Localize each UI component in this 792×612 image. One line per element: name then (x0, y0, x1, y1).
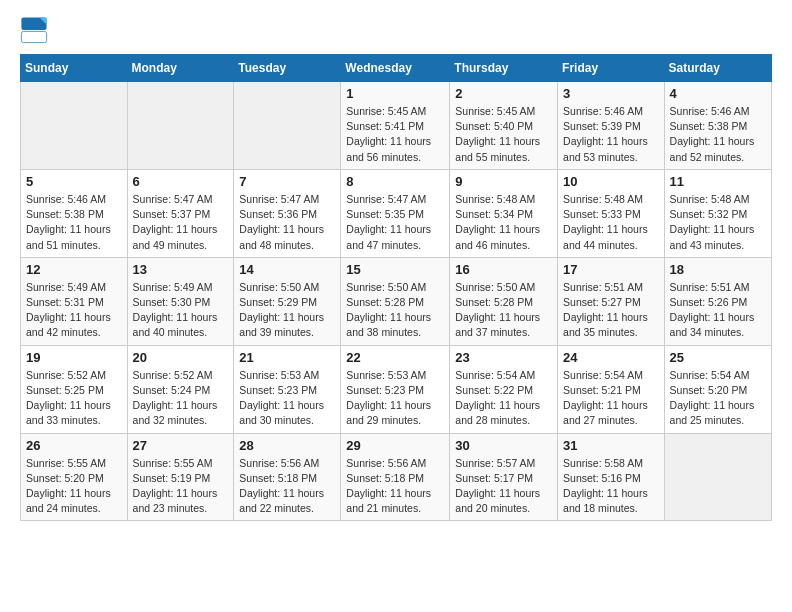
svg-rect-1 (21, 31, 46, 42)
day-cell: 24Sunrise: 5:54 AM Sunset: 5:21 PM Dayli… (558, 345, 665, 433)
day-number: 29 (346, 438, 444, 453)
day-cell: 5Sunrise: 5:46 AM Sunset: 5:38 PM Daylig… (21, 169, 128, 257)
day-cell: 9Sunrise: 5:48 AM Sunset: 5:34 PM Daylig… (450, 169, 558, 257)
day-info: Sunrise: 5:56 AM Sunset: 5:18 PM Dayligh… (239, 456, 335, 517)
day-cell: 18Sunrise: 5:51 AM Sunset: 5:26 PM Dayli… (664, 257, 771, 345)
day-cell: 15Sunrise: 5:50 AM Sunset: 5:28 PM Dayli… (341, 257, 450, 345)
day-cell: 7Sunrise: 5:47 AM Sunset: 5:36 PM Daylig… (234, 169, 341, 257)
day-number: 10 (563, 174, 659, 189)
day-info: Sunrise: 5:50 AM Sunset: 5:28 PM Dayligh… (346, 280, 444, 341)
day-number: 19 (26, 350, 122, 365)
header (20, 16, 772, 44)
day-info: Sunrise: 5:50 AM Sunset: 5:29 PM Dayligh… (239, 280, 335, 341)
day-cell: 8Sunrise: 5:47 AM Sunset: 5:35 PM Daylig… (341, 169, 450, 257)
week-row-5: 26Sunrise: 5:55 AM Sunset: 5:20 PM Dayli… (21, 433, 772, 521)
day-cell: 28Sunrise: 5:56 AM Sunset: 5:18 PM Dayli… (234, 433, 341, 521)
day-info: Sunrise: 5:47 AM Sunset: 5:37 PM Dayligh… (133, 192, 229, 253)
week-row-3: 12Sunrise: 5:49 AM Sunset: 5:31 PM Dayli… (21, 257, 772, 345)
day-number: 16 (455, 262, 552, 277)
day-info: Sunrise: 5:49 AM Sunset: 5:30 PM Dayligh… (133, 280, 229, 341)
day-number: 20 (133, 350, 229, 365)
weekday-header-thursday: Thursday (450, 55, 558, 82)
day-number: 30 (455, 438, 552, 453)
day-info: Sunrise: 5:48 AM Sunset: 5:32 PM Dayligh… (670, 192, 766, 253)
day-cell: 25Sunrise: 5:54 AM Sunset: 5:20 PM Dayli… (664, 345, 771, 433)
weekday-row: SundayMondayTuesdayWednesdayThursdayFrid… (21, 55, 772, 82)
day-info: Sunrise: 5:55 AM Sunset: 5:20 PM Dayligh… (26, 456, 122, 517)
day-number: 18 (670, 262, 766, 277)
day-number: 11 (670, 174, 766, 189)
day-cell: 19Sunrise: 5:52 AM Sunset: 5:25 PM Dayli… (21, 345, 128, 433)
day-number: 12 (26, 262, 122, 277)
day-cell: 1Sunrise: 5:45 AM Sunset: 5:41 PM Daylig… (341, 82, 450, 170)
weekday-header-saturday: Saturday (664, 55, 771, 82)
day-number: 9 (455, 174, 552, 189)
day-cell (127, 82, 234, 170)
day-cell: 27Sunrise: 5:55 AM Sunset: 5:19 PM Dayli… (127, 433, 234, 521)
day-cell: 30Sunrise: 5:57 AM Sunset: 5:17 PM Dayli… (450, 433, 558, 521)
day-info: Sunrise: 5:46 AM Sunset: 5:39 PM Dayligh… (563, 104, 659, 165)
day-info: Sunrise: 5:49 AM Sunset: 5:31 PM Dayligh… (26, 280, 122, 341)
logo-icon (20, 16, 48, 44)
day-number: 27 (133, 438, 229, 453)
day-info: Sunrise: 5:45 AM Sunset: 5:40 PM Dayligh… (455, 104, 552, 165)
day-cell: 31Sunrise: 5:58 AM Sunset: 5:16 PM Dayli… (558, 433, 665, 521)
day-number: 13 (133, 262, 229, 277)
day-number: 8 (346, 174, 444, 189)
day-cell: 4Sunrise: 5:46 AM Sunset: 5:38 PM Daylig… (664, 82, 771, 170)
day-info: Sunrise: 5:47 AM Sunset: 5:36 PM Dayligh… (239, 192, 335, 253)
week-row-4: 19Sunrise: 5:52 AM Sunset: 5:25 PM Dayli… (21, 345, 772, 433)
day-cell: 21Sunrise: 5:53 AM Sunset: 5:23 PM Dayli… (234, 345, 341, 433)
day-info: Sunrise: 5:48 AM Sunset: 5:33 PM Dayligh… (563, 192, 659, 253)
calendar: SundayMondayTuesdayWednesdayThursdayFrid… (20, 54, 772, 521)
day-info: Sunrise: 5:50 AM Sunset: 5:28 PM Dayligh… (455, 280, 552, 341)
weekday-header-sunday: Sunday (21, 55, 128, 82)
day-number: 15 (346, 262, 444, 277)
day-cell: 11Sunrise: 5:48 AM Sunset: 5:32 PM Dayli… (664, 169, 771, 257)
day-info: Sunrise: 5:48 AM Sunset: 5:34 PM Dayligh… (455, 192, 552, 253)
day-number: 22 (346, 350, 444, 365)
day-cell: 23Sunrise: 5:54 AM Sunset: 5:22 PM Dayli… (450, 345, 558, 433)
weekday-header-tuesday: Tuesday (234, 55, 341, 82)
day-cell: 6Sunrise: 5:47 AM Sunset: 5:37 PM Daylig… (127, 169, 234, 257)
day-cell: 13Sunrise: 5:49 AM Sunset: 5:30 PM Dayli… (127, 257, 234, 345)
day-info: Sunrise: 5:54 AM Sunset: 5:22 PM Dayligh… (455, 368, 552, 429)
day-info: Sunrise: 5:53 AM Sunset: 5:23 PM Dayligh… (346, 368, 444, 429)
day-info: Sunrise: 5:57 AM Sunset: 5:17 PM Dayligh… (455, 456, 552, 517)
day-number: 2 (455, 86, 552, 101)
day-info: Sunrise: 5:54 AM Sunset: 5:21 PM Dayligh… (563, 368, 659, 429)
day-number: 3 (563, 86, 659, 101)
day-info: Sunrise: 5:56 AM Sunset: 5:18 PM Dayligh… (346, 456, 444, 517)
day-number: 21 (239, 350, 335, 365)
day-cell (21, 82, 128, 170)
day-number: 25 (670, 350, 766, 365)
weekday-header-friday: Friday (558, 55, 665, 82)
day-info: Sunrise: 5:52 AM Sunset: 5:25 PM Dayligh… (26, 368, 122, 429)
week-row-1: 1Sunrise: 5:45 AM Sunset: 5:41 PM Daylig… (21, 82, 772, 170)
day-number: 23 (455, 350, 552, 365)
day-number: 4 (670, 86, 766, 101)
day-cell: 10Sunrise: 5:48 AM Sunset: 5:33 PM Dayli… (558, 169, 665, 257)
day-info: Sunrise: 5:46 AM Sunset: 5:38 PM Dayligh… (670, 104, 766, 165)
calendar-header: SundayMondayTuesdayWednesdayThursdayFrid… (21, 55, 772, 82)
day-info: Sunrise: 5:51 AM Sunset: 5:27 PM Dayligh… (563, 280, 659, 341)
day-cell: 12Sunrise: 5:49 AM Sunset: 5:31 PM Dayli… (21, 257, 128, 345)
page: SundayMondayTuesdayWednesdayThursdayFrid… (0, 0, 792, 537)
day-info: Sunrise: 5:53 AM Sunset: 5:23 PM Dayligh… (239, 368, 335, 429)
day-cell (664, 433, 771, 521)
day-cell (234, 82, 341, 170)
day-number: 28 (239, 438, 335, 453)
day-number: 26 (26, 438, 122, 453)
day-cell: 17Sunrise: 5:51 AM Sunset: 5:27 PM Dayli… (558, 257, 665, 345)
day-number: 24 (563, 350, 659, 365)
day-info: Sunrise: 5:46 AM Sunset: 5:38 PM Dayligh… (26, 192, 122, 253)
weekday-header-wednesday: Wednesday (341, 55, 450, 82)
day-number: 17 (563, 262, 659, 277)
day-info: Sunrise: 5:52 AM Sunset: 5:24 PM Dayligh… (133, 368, 229, 429)
logo (20, 16, 52, 44)
day-info: Sunrise: 5:47 AM Sunset: 5:35 PM Dayligh… (346, 192, 444, 253)
day-number: 31 (563, 438, 659, 453)
day-info: Sunrise: 5:58 AM Sunset: 5:16 PM Dayligh… (563, 456, 659, 517)
day-cell: 3Sunrise: 5:46 AM Sunset: 5:39 PM Daylig… (558, 82, 665, 170)
day-cell: 20Sunrise: 5:52 AM Sunset: 5:24 PM Dayli… (127, 345, 234, 433)
